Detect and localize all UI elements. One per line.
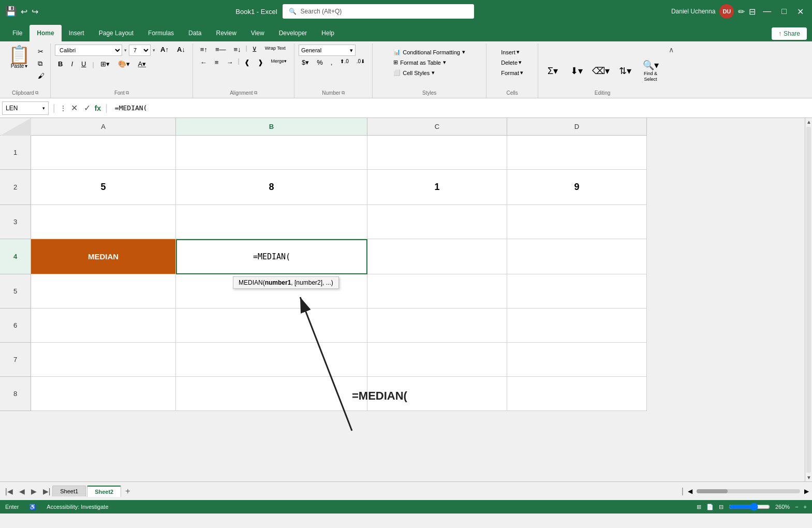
tab-review[interactable]: Review: [209, 25, 243, 41]
align-bottom-button[interactable]: ≡↓: [230, 45, 244, 56]
col-header-c[interactable]: C: [367, 118, 507, 136]
alignment-expand-icon[interactable]: ⧉: [254, 90, 257, 96]
font-size-select[interactable]: 7: [129, 45, 151, 56]
font-name-select[interactable]: Calibri: [55, 45, 122, 56]
format-painter-button[interactable]: 🖌: [36, 71, 46, 81]
cell-d6[interactable]: [507, 309, 647, 343]
tab-view[interactable]: View: [244, 25, 272, 41]
col-header-a[interactable]: A: [31, 118, 176, 136]
zoom-slider[interactable]: [729, 503, 770, 511]
cell-b4[interactable]: =MEDIAN(: [176, 239, 367, 274]
cell-a4[interactable]: MEDIAN: [31, 239, 176, 274]
cell-a8[interactable]: [31, 377, 176, 411]
tab-data[interactable]: Data: [181, 25, 209, 41]
cell-d4[interactable]: [507, 239, 647, 274]
cell-d2[interactable]: 9: [507, 170, 647, 205]
copy-button[interactable]: ⧉: [36, 58, 46, 69]
fill-color-button[interactable]: 🎨▾: [115, 59, 133, 70]
right-scrollbar[interactable]: ▲ ▼: [805, 118, 812, 481]
maximize-button[interactable]: □: [778, 6, 790, 17]
cell-c2[interactable]: 1: [367, 170, 507, 205]
row-header-6[interactable]: 6: [0, 309, 31, 343]
horizontal-scroll-thumb[interactable]: [697, 489, 728, 493]
tab-page-layout[interactable]: Page Layout: [92, 25, 141, 41]
nav-last-button[interactable]: ▶|: [41, 486, 53, 496]
row-header-4[interactable]: 4: [0, 239, 31, 274]
cell-b8[interactable]: [176, 377, 367, 411]
cell-b1[interactable]: [176, 136, 367, 170]
tab-formulas[interactable]: Formulas: [141, 25, 181, 41]
add-sheet-button[interactable]: +: [122, 486, 133, 497]
cell-b7[interactable]: [176, 343, 367, 377]
cell-a5[interactable]: [31, 274, 176, 309]
scroll-left-button[interactable]: ◀: [688, 488, 692, 495]
ribbon-display-icon[interactable]: ⊟: [749, 7, 756, 17]
cell-c1[interactable]: [367, 136, 507, 170]
cell-a6[interactable]: [31, 309, 176, 343]
find-select-button[interactable]: 🔍▾ Find &Select: [639, 58, 662, 83]
name-box[interactable]: LEN ▾: [2, 101, 49, 115]
cell-a1[interactable]: [31, 136, 176, 170]
tab-developer[interactable]: Developer: [272, 25, 315, 41]
redo-button[interactable]: ↪: [32, 7, 38, 17]
zoom-in-button[interactable]: +: [804, 504, 807, 510]
format-as-table-button[interactable]: ⊞ Format as Table ▾: [390, 58, 449, 67]
align-top-button[interactable]: ≡↑: [197, 45, 211, 56]
horizontal-scroll-track[interactable]: [697, 489, 800, 493]
undo-button[interactable]: ↩: [21, 7, 27, 17]
clipboard-expand-icon[interactable]: ⧉: [35, 90, 38, 96]
decimal-decrease-button[interactable]: .0⬇: [353, 57, 368, 69]
cell-b6[interactable]: [176, 309, 367, 343]
row-header-8[interactable]: 8: [0, 377, 31, 411]
ribbon-collapse-button[interactable]: ∧: [669, 46, 674, 54]
font-color-button[interactable]: A▾: [135, 59, 150, 70]
cell-a3[interactable]: [31, 205, 176, 239]
row-header-5[interactable]: 5: [0, 274, 31, 309]
cell-a7[interactable]: [31, 343, 176, 377]
cell-c6[interactable]: [367, 309, 507, 343]
scroll-right-button[interactable]: ▶: [804, 488, 809, 495]
col-header-b[interactable]: B: [176, 118, 367, 136]
cell-styles-button[interactable]: ⬜ Cell Styles ▾: [390, 68, 438, 77]
close-button[interactable]: ✕: [794, 6, 807, 18]
align-left-button[interactable]: ←: [197, 57, 210, 69]
fill-button[interactable]: ⬇▾: [566, 64, 587, 78]
clear-button[interactable]: ⌫▾: [590, 64, 612, 78]
cancel-formula-button[interactable]: ✕: [69, 102, 80, 114]
sheet-tab-sheet2[interactable]: Sheet2: [87, 486, 121, 497]
align-middle-button[interactable]: ≡—: [212, 45, 229, 56]
italic-button[interactable]: I: [68, 59, 76, 70]
confirm-formula-button[interactable]: ✓: [82, 102, 93, 114]
cell-a2[interactable]: 5: [31, 170, 176, 205]
cell-d5[interactable]: [507, 274, 647, 309]
underline-button[interactable]: U: [78, 59, 89, 70]
sheet-tab-sheet1[interactable]: Sheet1: [52, 486, 86, 496]
align-right-button[interactable]: →: [223, 57, 236, 69]
currency-button[interactable]: $▾: [299, 57, 312, 69]
paste-button[interactable]: 📋 Paste ▾: [4, 45, 34, 70]
cell-c3[interactable]: [367, 205, 507, 239]
scroll-up-button[interactable]: ▲: [805, 118, 812, 126]
number-format-select[interactable]: General ▾: [299, 45, 356, 56]
percent-button[interactable]: %: [314, 57, 326, 69]
minimize-button[interactable]: —: [760, 6, 774, 17]
cell-b2[interactable]: 8: [176, 170, 367, 205]
tab-file[interactable]: File: [5, 25, 29, 41]
cell-c7[interactable]: [367, 343, 507, 377]
align-center-button[interactable]: ≡: [212, 57, 222, 69]
insert-cells-button[interactable]: Insert ▾: [498, 48, 523, 56]
page-layout-view-button[interactable]: 📄: [706, 504, 714, 510]
cell-c5[interactable]: [367, 274, 507, 309]
sort-filter-button[interactable]: ⇅▾: [615, 64, 636, 78]
page-break-view-button[interactable]: ⊟: [719, 504, 724, 510]
formula-dot-menu-button[interactable]: ⋮: [60, 104, 67, 112]
comma-button[interactable]: ,: [328, 57, 336, 69]
row-header-2[interactable]: 2: [0, 170, 31, 205]
scroll-down-button[interactable]: ▼: [805, 474, 812, 481]
row-header-1[interactable]: 1: [0, 136, 31, 170]
cell-d3[interactable]: [507, 205, 647, 239]
wrap-text-button[interactable]: Wrap Text: [262, 45, 289, 56]
insert-function-button[interactable]: fx: [95, 104, 101, 112]
cut-button[interactable]: ✂: [36, 47, 46, 56]
row-header-3[interactable]: 3: [0, 205, 31, 239]
